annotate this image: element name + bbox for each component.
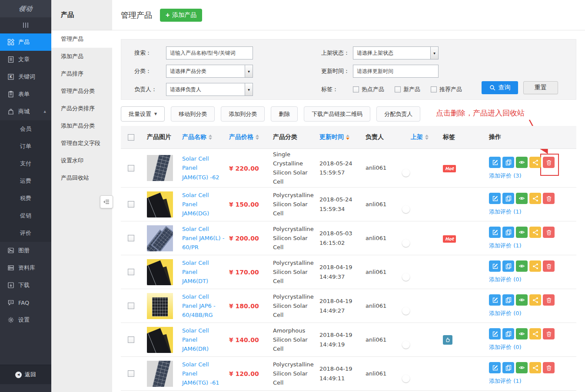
owner-select[interactable]: 请选择负责人 ▼	[166, 83, 253, 96]
search-input[interactable]	[166, 46, 253, 59]
sidebar-item-7[interactable]: 资料库	[0, 259, 51, 277]
add-review-link[interactable]: 添加评价 (1)	[489, 242, 522, 250]
preview-button[interactable]	[516, 260, 528, 272]
product-name-link[interactable]: Solar Cell Panel JAM6(DT)	[182, 260, 209, 284]
tag-checkbox-2[interactable]: 新产品	[395, 86, 420, 93]
product-image[interactable]	[147, 361, 173, 387]
preview-button[interactable]	[516, 328, 528, 339]
column-header-2[interactable]: 产品名称	[182, 133, 229, 141]
row-checkbox[interactable]	[128, 201, 134, 208]
submenu-item-2[interactable]: 添加产品	[51, 48, 112, 65]
edit-button[interactable]	[489, 328, 501, 339]
row-checkbox[interactable]	[128, 235, 134, 241]
share-button[interactable]	[529, 294, 541, 306]
copy-button[interactable]	[502, 328, 514, 339]
delete-button[interactable]	[543, 157, 555, 168]
row-checkbox[interactable]	[128, 165, 134, 171]
sidebar-item-1[interactable]: 产品	[0, 33, 51, 51]
column-header-7[interactable]: 上架	[411, 133, 443, 141]
sidebar-item-8[interactable]: 下载	[0, 277, 51, 294]
submenu-item-7[interactable]: 管理自定义字段	[51, 135, 112, 152]
edit-button[interactable]	[489, 193, 501, 204]
sidebar-item-4[interactable]: 表单	[0, 86, 51, 103]
sidebar-subitem-5[interactable]: 税费	[0, 190, 51, 207]
preview-button[interactable]	[516, 294, 528, 306]
product-name-link[interactable]: Solar Cell Panel JAM6(TG) -61	[182, 361, 219, 386]
reset-button[interactable]: 重置	[523, 81, 558, 94]
toolbar-button-2[interactable]: 添加到分类	[221, 106, 265, 122]
product-name-link[interactable]: Solar Cell Panel JAM6(L) - 60/PR	[182, 226, 224, 250]
add-product-button[interactable]: + 添加产品	[160, 9, 202, 22]
copy-button[interactable]	[502, 193, 514, 204]
sidebar-subitem-3[interactable]: 支付	[0, 155, 51, 172]
toolbar-button-3[interactable]: 删除	[271, 106, 298, 122]
sidebar-subitem-6[interactable]: 促销	[0, 207, 51, 224]
add-review-link[interactable]: 添加评价 (0)	[489, 310, 522, 317]
delete-button[interactable]	[543, 193, 555, 204]
copy-button[interactable]	[502, 227, 514, 238]
share-button[interactable]	[529, 260, 541, 272]
query-button[interactable]: 查询	[482, 81, 518, 94]
delete-button[interactable]	[543, 227, 555, 238]
sidebar-item-10[interactable]: 设置	[0, 311, 51, 329]
product-image[interactable]	[147, 327, 173, 353]
product-name-link[interactable]: Solar Cell Panel JAM6(DR)	[182, 327, 209, 352]
delete-button[interactable]	[543, 362, 555, 373]
edit-button[interactable]	[489, 362, 501, 373]
copy-button[interactable]	[502, 157, 514, 168]
copy-button[interactable]	[502, 260, 514, 272]
sidebar-subitem-2[interactable]: 订单	[0, 138, 51, 155]
share-button[interactable]	[529, 328, 541, 339]
submenu-item-8[interactable]: 设置水印	[51, 152, 112, 169]
add-review-link[interactable]: 添加评价 (0)	[489, 343, 522, 351]
sidebar-item-2[interactable]: 文章	[0, 51, 51, 68]
edit-button[interactable]	[489, 157, 501, 168]
product-image[interactable]	[147, 259, 173, 285]
toolbar-button-1[interactable]: 移动到分类	[171, 106, 215, 122]
delete-button[interactable]	[543, 294, 555, 306]
category-select[interactable]: 请选择产品分类 ▼	[166, 65, 253, 78]
product-name-link[interactable]: Solar Cell Panel JAM6(DG)	[182, 192, 209, 217]
submenu-item-9[interactable]: 产品回收站	[51, 169, 112, 187]
submenu-item-4[interactable]: 管理产品分类	[51, 82, 112, 100]
product-image[interactable]	[147, 225, 173, 251]
sidebar-item-6[interactable]: 图册	[0, 242, 51, 259]
submenu-item-1[interactable]: 管理产品	[51, 30, 112, 48]
sidebar-subitem-7[interactable]: 评价	[0, 224, 51, 242]
toolbar-button-4[interactable]: 下载产品链接二维码	[304, 106, 370, 122]
edit-button[interactable]	[489, 260, 501, 272]
share-button[interactable]	[529, 362, 541, 373]
add-review-link[interactable]: 添加评价 (1)	[489, 208, 522, 216]
add-review-link[interactable]: 添加评价 (1)	[489, 377, 522, 385]
edit-button[interactable]	[489, 227, 501, 238]
row-checkbox[interactable]	[128, 303, 134, 309]
product-name-link[interactable]: Solar Cell Panel JAP6 - 60/4BB/RG	[182, 293, 216, 318]
product-image[interactable]	[147, 293, 173, 319]
sidebar-item-5[interactable]: 商城▲	[0, 103, 51, 120]
sidebar-item-3[interactable]: K关键词	[0, 68, 51, 86]
column-header-3[interactable]: 产品价格	[229, 133, 273, 141]
sidebar-collapse-button[interactable]	[100, 195, 113, 208]
row-checkbox[interactable]	[128, 370, 134, 377]
copy-button[interactable]	[502, 362, 514, 373]
preview-button[interactable]	[516, 227, 528, 238]
add-review-link[interactable]: 添加评价 (0)	[489, 276, 522, 283]
back-button[interactable]: ◀ 返回	[0, 365, 51, 384]
status-select[interactable]: 请选择上架状态 ▼	[353, 46, 439, 59]
sidebar-subitem-1[interactable]: 会员	[0, 120, 51, 138]
submenu-item-3[interactable]: 产品排序	[51, 65, 112, 82]
tag-checkbox-3[interactable]: 推荐产品	[431, 86, 462, 93]
select-all-checkbox[interactable]	[128, 134, 134, 141]
delete-button[interactable]	[543, 328, 555, 339]
row-checkbox[interactable]	[128, 336, 134, 343]
share-button[interactable]	[529, 157, 541, 168]
copy-button[interactable]	[502, 294, 514, 306]
preview-button[interactable]	[516, 362, 528, 373]
share-button[interactable]	[529, 227, 541, 238]
toolbar-button-5[interactable]: 分配负责人	[376, 106, 420, 122]
delete-button[interactable]	[543, 260, 555, 272]
edit-button[interactable]	[489, 294, 501, 306]
sidebar-collapse-bars-icon[interactable]	[0, 17, 51, 33]
row-checkbox[interactable]	[128, 269, 134, 275]
column-header-5[interactable]: 更新时间	[319, 133, 366, 141]
